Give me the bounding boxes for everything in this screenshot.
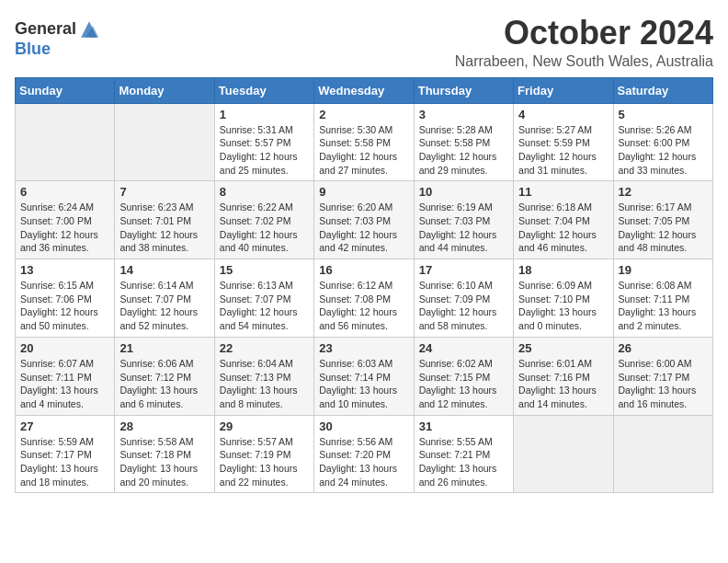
day-number: 3 [419,108,508,121]
calendar-cell: 14Sunrise: 6:14 AMSunset: 7:07 PMDayligh… [115,259,214,338]
calendar-cell: 16Sunrise: 6:12 AMSunset: 7:08 PMDayligh… [314,259,414,338]
calendar-cell: 30Sunrise: 5:56 AMSunset: 7:20 PMDayligh… [314,415,414,493]
cell-details: Sunrise: 5:27 AMSunset: 5:59 PMDaylight:… [518,123,608,178]
day-number: 20 [20,341,109,355]
calendar-cell: 19Sunrise: 6:08 AMSunset: 7:11 PMDayligh… [613,259,712,338]
calendar-cell: 10Sunrise: 6:19 AMSunset: 7:03 PMDayligh… [414,181,513,259]
calendar-cell: 15Sunrise: 6:13 AMSunset: 7:07 PMDayligh… [214,259,313,338]
calendar-cell: 21Sunrise: 6:06 AMSunset: 7:12 PMDayligh… [115,337,214,415]
day-number: 2 [319,108,408,121]
calendar-cell: 2Sunrise: 5:30 AMSunset: 5:58 PMDaylight… [314,103,414,181]
calendar-table: SundayMondayTuesdayWednesdayThursdayFrid… [15,77,713,494]
calendar-cell [16,103,115,181]
cell-details: Sunrise: 6:07 AMSunset: 7:11 PMDaylight:… [20,357,109,411]
day-number: 6 [20,185,109,199]
day-number: 28 [119,419,209,433]
day-number: 4 [518,108,608,121]
cell-details: Sunrise: 6:20 AMSunset: 7:03 PMDaylight:… [319,201,408,255]
calendar-cell: 18Sunrise: 6:09 AMSunset: 7:10 PMDayligh… [514,259,613,338]
week-row-2: 6Sunrise: 6:24 AMSunset: 7:00 PMDaylight… [16,181,713,259]
weekday-header-tuesday: Tuesday [214,77,313,103]
header: General Blue October 2024 Narrabeen, New… [15,15,713,70]
cell-details: Sunrise: 5:59 AMSunset: 7:17 PMDaylight:… [20,435,109,489]
calendar-cell: 29Sunrise: 5:57 AMSunset: 7:19 PMDayligh… [214,415,313,493]
day-number: 12 [619,185,708,199]
day-number: 14 [119,263,209,277]
day-number: 7 [119,185,209,199]
cell-details: Sunrise: 6:23 AMSunset: 7:01 PMDaylight:… [119,201,209,255]
calendar-cell: 11Sunrise: 6:18 AMSunset: 7:04 PMDayligh… [514,181,613,259]
week-row-3: 13Sunrise: 6:15 AMSunset: 7:06 PMDayligh… [16,259,713,338]
day-number: 15 [220,263,309,277]
week-row-5: 27Sunrise: 5:59 AMSunset: 7:17 PMDayligh… [16,415,713,493]
cell-details: Sunrise: 6:12 AMSunset: 7:08 PMDaylight:… [319,279,408,333]
cell-details: Sunrise: 6:15 AMSunset: 7:06 PMDaylight:… [20,279,109,333]
day-number: 18 [518,263,608,277]
day-number: 27 [20,419,109,433]
day-number: 22 [220,341,309,355]
cell-details: Sunrise: 6:04 AMSunset: 7:13 PMDaylight:… [220,357,309,411]
cell-details: Sunrise: 6:08 AMSunset: 7:11 PMDaylight:… [619,279,708,333]
week-row-4: 20Sunrise: 6:07 AMSunset: 7:11 PMDayligh… [16,337,713,415]
cell-details: Sunrise: 5:30 AMSunset: 5:58 PMDaylight:… [319,123,408,178]
calendar-cell: 6Sunrise: 6:24 AMSunset: 7:00 PMDaylight… [16,181,115,259]
logo-text-line1: General [15,20,76,39]
calendar-cell: 4Sunrise: 5:27 AMSunset: 5:59 PMDaylight… [514,103,613,181]
calendar-cell: 17Sunrise: 6:10 AMSunset: 7:09 PMDayligh… [414,259,513,338]
cell-details: Sunrise: 6:24 AMSunset: 7:00 PMDaylight:… [20,201,109,255]
calendar-cell: 31Sunrise: 5:55 AMSunset: 7:21 PMDayligh… [414,415,513,493]
calendar-cell: 9Sunrise: 6:20 AMSunset: 7:03 PMDaylight… [314,181,414,259]
cell-details: Sunrise: 6:14 AMSunset: 7:07 PMDaylight:… [119,279,209,333]
calendar-cell: 27Sunrise: 5:59 AMSunset: 7:17 PMDayligh… [16,415,115,493]
cell-details: Sunrise: 6:22 AMSunset: 7:02 PMDaylight:… [220,201,309,255]
calendar-cell [613,415,712,493]
weekday-header-thursday: Thursday [414,77,513,103]
cell-details: Sunrise: 5:57 AMSunset: 7:19 PMDaylight:… [220,435,309,489]
day-number: 29 [220,419,309,433]
cell-details: Sunrise: 5:58 AMSunset: 7:18 PMDaylight:… [119,435,209,489]
calendar-cell: 7Sunrise: 6:23 AMSunset: 7:01 PMDaylight… [115,181,214,259]
calendar-cell: 1Sunrise: 5:31 AMSunset: 5:57 PMDaylight… [214,103,313,181]
day-number: 25 [518,341,608,355]
day-number: 1 [220,108,309,121]
cell-details: Sunrise: 6:01 AMSunset: 7:16 PMDaylight:… [518,357,608,411]
calendar-cell: 23Sunrise: 6:03 AMSunset: 7:14 PMDayligh… [314,337,414,415]
calendar-cell: 24Sunrise: 6:02 AMSunset: 7:15 PMDayligh… [414,337,513,415]
cell-details: Sunrise: 6:10 AMSunset: 7:09 PMDaylight:… [419,279,508,333]
day-number: 11 [518,185,608,199]
day-number: 26 [619,341,708,355]
calendar-cell: 22Sunrise: 6:04 AMSunset: 7:13 PMDayligh… [214,337,313,415]
cell-details: Sunrise: 6:19 AMSunset: 7:03 PMDaylight:… [419,201,508,255]
logo-icon [78,18,100,40]
cell-details: Sunrise: 5:26 AMSunset: 6:00 PMDaylight:… [619,123,708,178]
day-number: 21 [119,341,209,355]
day-number: 5 [619,108,708,121]
logo: General Blue [15,18,100,59]
cell-details: Sunrise: 5:31 AMSunset: 5:57 PMDaylight:… [220,123,309,178]
weekday-header-monday: Monday [115,77,214,103]
calendar-cell: 12Sunrise: 6:17 AMSunset: 7:05 PMDayligh… [613,181,712,259]
day-number: 8 [220,185,309,199]
weekday-header-wednesday: Wednesday [314,77,414,103]
cell-details: Sunrise: 6:02 AMSunset: 7:15 PMDaylight:… [419,357,508,411]
month-title: October 2024 [455,15,713,52]
day-number: 19 [619,263,708,277]
title-area: October 2024 Narrabeen, New South Wales,… [455,15,713,70]
day-number: 9 [319,185,408,199]
calendar-cell: 28Sunrise: 5:58 AMSunset: 7:18 PMDayligh… [115,415,214,493]
day-number: 30 [319,419,408,433]
cell-details: Sunrise: 5:56 AMSunset: 7:20 PMDaylight:… [319,435,408,489]
calendar-cell [514,415,613,493]
weekday-header-saturday: Saturday [613,77,712,103]
cell-details: Sunrise: 6:00 AMSunset: 7:17 PMDaylight:… [619,357,708,411]
weekday-header-row: SundayMondayTuesdayWednesdayThursdayFrid… [16,77,713,103]
day-number: 24 [419,341,508,355]
cell-details: Sunrise: 6:17 AMSunset: 7:05 PMDaylight:… [619,201,708,255]
day-number: 31 [419,419,508,433]
cell-details: Sunrise: 6:18 AMSunset: 7:04 PMDaylight:… [518,201,608,255]
calendar-cell: 26Sunrise: 6:00 AMSunset: 7:17 PMDayligh… [613,337,712,415]
day-number: 10 [419,185,508,199]
cell-details: Sunrise: 5:55 AMSunset: 7:21 PMDaylight:… [419,435,508,489]
calendar-cell: 5Sunrise: 5:26 AMSunset: 6:00 PMDaylight… [613,103,712,181]
calendar-cell: 25Sunrise: 6:01 AMSunset: 7:16 PMDayligh… [514,337,613,415]
